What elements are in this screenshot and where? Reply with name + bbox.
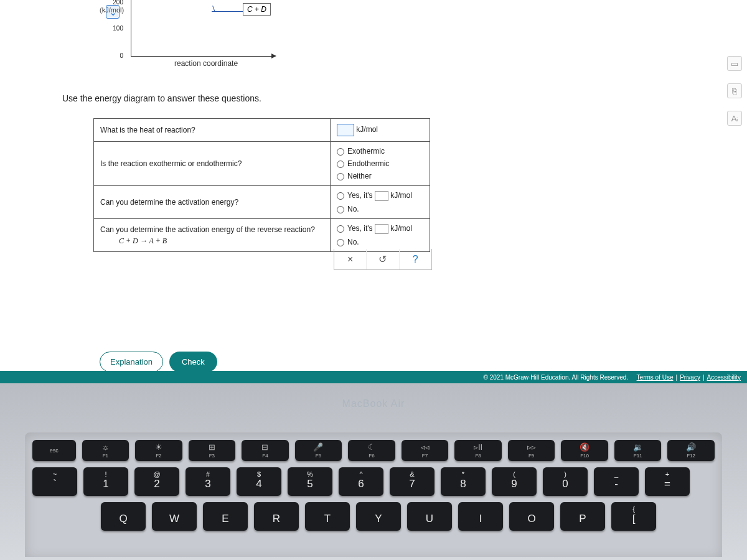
calculator-icon[interactable]: ▭ bbox=[727, 56, 742, 71]
privacy-link[interactable]: Privacy bbox=[680, 374, 700, 381]
check-button[interactable]: Check bbox=[169, 352, 217, 372]
reset-button[interactable]: ↺ bbox=[366, 249, 398, 269]
key-o[interactable]: O bbox=[509, 502, 554, 531]
unit-label: kJ/mol bbox=[356, 125, 378, 134]
product-label: C + D bbox=[243, 3, 271, 16]
act-value-input[interactable] bbox=[375, 191, 388, 201]
text-size-icon[interactable]: Aᵢ bbox=[727, 111, 742, 126]
key-y[interactable]: Y bbox=[356, 502, 401, 531]
key-f3[interactable]: ⊞F3 bbox=[189, 440, 236, 461]
answer-activation: Yes, it's kJ/mol No. bbox=[331, 186, 430, 219]
arrow-right-icon bbox=[271, 54, 276, 58]
question-exo-endo: Is the reaction exothermic or endothermi… bbox=[94, 142, 331, 186]
question-table: What is the heat of reaction? kJ/mol Is … bbox=[93, 118, 430, 252]
y-axis bbox=[131, 0, 131, 56]
y-tick-100: 100 bbox=[113, 25, 123, 32]
y-tick-0: 0 bbox=[120, 52, 123, 59]
action-buttons: Explanation Check bbox=[100, 352, 217, 372]
undo-icon: ↺ bbox=[378, 253, 387, 265]
instruction-text: Use the energy diagram to answer these q… bbox=[62, 93, 261, 103]
key-2[interactable]: @2 bbox=[134, 467, 179, 496]
side-tool-icons: ▭ ⎘ Aᵢ bbox=[727, 56, 742, 126]
answer-exo-endo: Exothermic Endothermic Neither bbox=[331, 142, 430, 186]
answer-heat: kJ/mol bbox=[331, 119, 430, 142]
reference-icon[interactable]: ⎘ bbox=[727, 83, 742, 98]
key-f9[interactable]: ▹▹F9 bbox=[508, 440, 555, 461]
rev-value-input[interactable] bbox=[375, 224, 388, 234]
copyright-text: © 2021 McGraw-Hill Education. All Rights… bbox=[484, 374, 628, 381]
keyboard: esc☼F1☀F2⊞F3⊟F4🎤F5☾F6◃◃F7▹IIF8▹▹F9🔇F10🔉F… bbox=[25, 432, 722, 557]
key-=[interactable]: += bbox=[645, 467, 690, 496]
key-q[interactable]: Q bbox=[101, 502, 146, 531]
question-reverse-activation: Can you determine the activation energy … bbox=[94, 219, 331, 252]
key-f10[interactable]: 🔇F10 bbox=[561, 440, 608, 461]
explanation-button[interactable]: Explanation bbox=[100, 352, 163, 372]
key-u[interactable]: U bbox=[407, 502, 452, 531]
key-esc[interactable]: esc bbox=[32, 440, 76, 461]
answer-toolbar: × ↺ ? bbox=[334, 249, 432, 270]
key-f5[interactable]: 🎤F5 bbox=[295, 440, 342, 461]
y-axis-label: (kJ/mol) bbox=[100, 6, 124, 14]
radio-rev-yes[interactable] bbox=[337, 225, 344, 233]
key-f12[interactable]: 🔊F12 bbox=[667, 440, 715, 461]
laptop-brand: MacBook Air bbox=[0, 398, 747, 409]
help-icon: ? bbox=[413, 254, 418, 265]
radio-neither[interactable] bbox=[337, 173, 344, 180]
key-3[interactable]: #3 bbox=[186, 467, 230, 496]
key-i[interactable]: I bbox=[458, 502, 503, 531]
assessment-panel: ⌄ (kJ/mol) 200 100 0 C + D reaction coor… bbox=[0, 0, 747, 373]
terms-link[interactable]: Terms of Use bbox=[637, 374, 674, 381]
x-axis-label: reaction coordinate bbox=[174, 59, 238, 68]
key-1[interactable]: !1 bbox=[83, 467, 128, 496]
key-0[interactable]: )0 bbox=[543, 467, 588, 496]
key-f2[interactable]: ☀F2 bbox=[135, 440, 182, 461]
key-4[interactable]: $4 bbox=[237, 467, 281, 496]
key-f6[interactable]: ☾F6 bbox=[348, 440, 395, 461]
question-heat: What is the heat of reaction? bbox=[94, 119, 331, 142]
radio-endothermic[interactable] bbox=[337, 161, 344, 168]
key-f8[interactable]: ▹IIF8 bbox=[454, 440, 502, 461]
x-axis bbox=[131, 56, 274, 57]
key-bracket[interactable]: {[ bbox=[611, 502, 656, 531]
key-9[interactable]: (9 bbox=[492, 467, 537, 496]
radio-rev-no[interactable] bbox=[337, 239, 344, 246]
key--[interactable]: _- bbox=[594, 467, 639, 496]
key-5[interactable]: %5 bbox=[288, 467, 332, 496]
key-f7[interactable]: ◃◃F7 bbox=[402, 440, 449, 461]
key-p[interactable]: P bbox=[560, 502, 605, 531]
radio-act-no[interactable] bbox=[337, 206, 344, 213]
radio-exothermic[interactable] bbox=[337, 148, 344, 156]
close-icon: × bbox=[347, 254, 353, 265]
key-f11[interactable]: 🔉F11 bbox=[614, 440, 662, 461]
key-`[interactable]: ~` bbox=[32, 467, 77, 496]
key-8[interactable]: *8 bbox=[441, 467, 486, 496]
accessibility-link[interactable]: Accessibility bbox=[707, 374, 741, 381]
key-e[interactable]: E bbox=[203, 502, 248, 531]
key-t[interactable]: T bbox=[305, 502, 350, 531]
question-activation: Can you determine the activation energy? bbox=[94, 186, 331, 219]
footer: © 2021 McGraw-Hill Education. All Rights… bbox=[0, 371, 747, 383]
help-button[interactable]: ? bbox=[399, 249, 431, 269]
y-tick-200: 200 bbox=[113, 0, 123, 6]
clear-button[interactable]: × bbox=[334, 249, 366, 269]
key-6[interactable]: ^6 bbox=[339, 467, 383, 496]
heat-value-input[interactable] bbox=[337, 124, 354, 136]
radio-act-yes[interactable] bbox=[337, 192, 344, 200]
energy-diagram-chart: ⌄ (kJ/mol) 200 100 0 C + D reaction coor… bbox=[100, 0, 299, 75]
answer-reverse-activation: Yes, it's kJ/mol No. bbox=[331, 219, 430, 252]
key-f1[interactable]: ☼F1 bbox=[82, 440, 129, 461]
key-r[interactable]: R bbox=[254, 502, 299, 531]
key-7[interactable]: &7 bbox=[390, 467, 435, 496]
key-w[interactable]: W bbox=[152, 502, 197, 531]
reverse-reaction-equation: C + D → A + B bbox=[100, 234, 324, 246]
key-f4[interactable]: ⊟F4 bbox=[242, 440, 289, 461]
